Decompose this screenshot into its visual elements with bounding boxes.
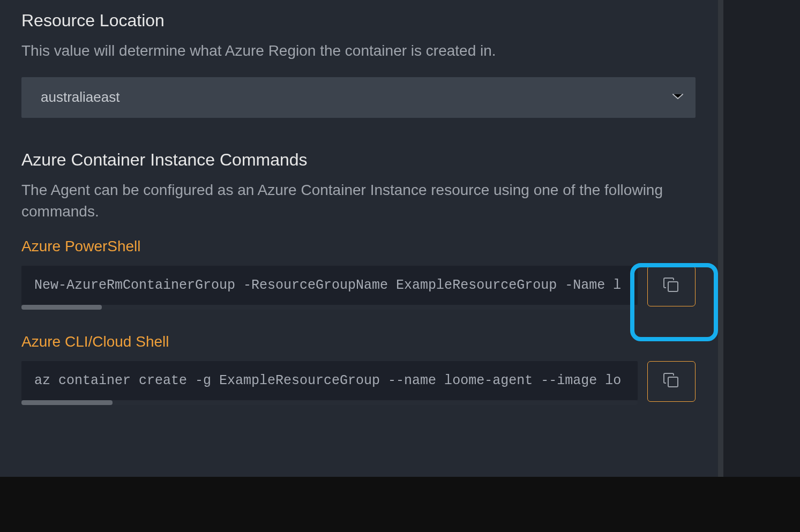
resource-location-title: Resource Location — [21, 11, 697, 31]
svg-rect-1 — [668, 377, 678, 387]
cli-scrollbar-track[interactable] — [21, 400, 638, 405]
cli-row: az container create -g ExampleResourceGr… — [21, 361, 697, 405]
resource-location-select-wrap: australiaeast — [21, 77, 696, 118]
powershell-scrollbar-track[interactable] — [21, 305, 638, 310]
commands-title: Azure Container Instance Commands — [21, 150, 697, 170]
copy-powershell-button[interactable] — [647, 266, 696, 306]
resource-location-selected-value: australiaeast — [41, 89, 119, 106]
copy-cli-button[interactable] — [647, 361, 696, 402]
powershell-row: New-AzureRmContainerGroup -ResourceGroup… — [21, 266, 697, 310]
powershell-code[interactable]: New-AzureRmContainerGroup -ResourceGroup… — [21, 266, 638, 305]
powershell-code-area: New-AzureRmContainerGroup -ResourceGroup… — [21, 266, 638, 310]
right-gutter-line — [718, 0, 723, 477]
commands-description: The Agent can be configured as an Azure … — [21, 179, 697, 223]
svg-rect-0 — [668, 282, 678, 291]
bottom-gutter — [0, 477, 800, 532]
copy-icon — [662, 371, 681, 391]
cli-label: Azure CLI/Cloud Shell — [21, 333, 697, 350]
copy-icon — [662, 276, 681, 296]
resource-location-description: This value will determine what Azure Reg… — [21, 40, 697, 62]
right-gutter — [718, 0, 800, 477]
cli-code[interactable]: az container create -g ExampleResourceGr… — [21, 361, 638, 400]
resource-location-section: Resource Location This value will determ… — [21, 11, 697, 118]
main-panel: Resource Location This value will determ… — [0, 0, 718, 477]
commands-section: Azure Container Instance Commands The Ag… — [21, 150, 697, 405]
powershell-scrollbar-thumb[interactable] — [21, 305, 102, 310]
powershell-label: Azure PowerShell — [21, 238, 697, 255]
cli-code-area: az container create -g ExampleResourceGr… — [21, 361, 638, 405]
cli-scrollbar-thumb[interactable] — [21, 400, 113, 405]
resource-location-select[interactable]: australiaeast — [21, 77, 696, 118]
